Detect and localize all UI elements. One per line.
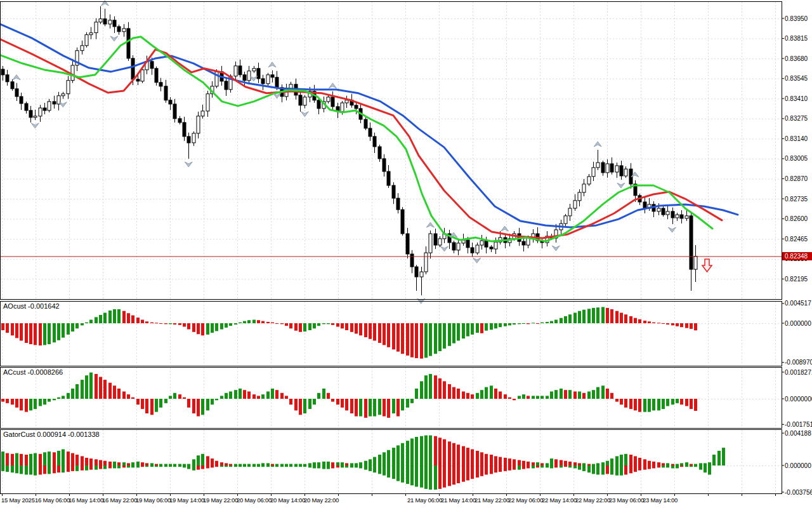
- indicator-tick-label: 0.0018271: [785, 369, 812, 376]
- price-tick-label: 0.83140: [785, 135, 808, 142]
- time-tick-label: 23 May 14:00: [643, 497, 678, 504]
- time-tick-label: 16 May 06:00: [35, 497, 70, 504]
- alligator-jaw-line: [0, 24, 738, 227]
- trading-chart-window: 0.839500.838150.836800.835450.834100.832…: [0, 0, 812, 508]
- indicator-tick-label: -0.003756: [785, 489, 812, 496]
- price-tick-label: 0.83950: [785, 15, 808, 22]
- vertical-gridlines: [3, 2, 776, 493]
- chart-canvas[interactable]: 0.839500.838150.836800.835450.834100.832…: [0, 0, 812, 508]
- indicator-tick-label: 0.0000000: [785, 396, 812, 403]
- candles-layer: [1, 6, 697, 295]
- indicator-tick-label: 0.004517: [785, 300, 811, 307]
- time-tick-label: 16 May 22:00: [102, 497, 137, 504]
- time-tick-label: 20 May 06:00: [237, 497, 272, 504]
- indicator-tick-label: 0.000000: [785, 320, 811, 327]
- time-tick-label: 22 May 22:00: [575, 497, 610, 504]
- indicator-tick-label: 0.000000: [785, 462, 811, 469]
- time-tick-label: 16 May 14:00: [69, 497, 103, 504]
- time-tick-label: 21 May 14:00: [441, 497, 476, 504]
- price-tick-label: 0.83275: [785, 115, 808, 122]
- ac-indicator-label: ACcust -0.0008266: [3, 368, 63, 376]
- time-tick-label: 20 May 22:00: [304, 497, 339, 504]
- sell-signal-arrow-icon: [702, 259, 712, 272]
- gator-axis[interactable]: 0.0041880.000000-0.003756: [782, 430, 812, 496]
- time-tick-label: 15 May 2025: [1, 497, 35, 504]
- time-tick-label: 20 May 14:00: [270, 497, 305, 504]
- time-tick-label: 23 May 06:00: [609, 497, 644, 504]
- indicator-tick-label: -0.0017510: [785, 421, 812, 428]
- price-tick-label: 0.83680: [785, 55, 808, 62]
- time-axis[interactable]: 15 May 202516 May 06:0016 May 14:0016 Ma…: [1, 494, 776, 504]
- ao-histogram: [1, 307, 697, 359]
- current-price-badge: 0.82348: [782, 252, 812, 260]
- ao-indicator-label: AOcust -0.001642: [3, 302, 60, 310]
- panel-borders: [1, 2, 782, 494]
- price-tick-label: 0.83410: [785, 95, 808, 102]
- price-tick-label: 0.82600: [785, 215, 808, 222]
- gator-indicator-label: GatorCust 0.000914 -0.001338: [3, 431, 100, 438]
- ao-axis[interactable]: 0.0045170.000000-0.008970: [782, 300, 812, 366]
- indicator-tick-label: -0.008970: [785, 359, 812, 366]
- time-tick-label: 19 May 22:00: [203, 497, 238, 504]
- time-tick-label: 21 May 06:00: [407, 497, 442, 504]
- time-tick-label: 22 May 06:00: [508, 497, 543, 504]
- fractal-arrows: [13, 1, 676, 304]
- price-tick-label: 0.83005: [785, 155, 808, 162]
- price-axis[interactable]: 0.839500.838150.836800.835450.834100.832…: [782, 15, 808, 283]
- time-tick-label: 21 May 22:00: [475, 497, 509, 504]
- alligator-teeth-line: [0, 39, 722, 238]
- price-tick-label: 0.82735: [785, 196, 808, 203]
- price-tick-label: 0.83545: [785, 75, 808, 82]
- ac-histogram: [1, 373, 697, 418]
- gator-upper-histogram: [1, 436, 725, 465]
- price-tick-label: 0.82195: [785, 276, 808, 283]
- gator-lower-histogram: [1, 465, 711, 490]
- time-tick-label: 19 May 14:00: [169, 497, 204, 504]
- price-tick-label: 0.82465: [785, 236, 808, 243]
- price-gridlines: [1, 19, 781, 279]
- price-tick-label: 0.83815: [785, 35, 808, 42]
- time-tick-label: 22 May 14:00: [542, 497, 577, 504]
- ac-axis[interactable]: 0.00182710.0000000-0.0017510: [782, 369, 812, 428]
- time-tick-label: 19 May 06:00: [136, 497, 171, 504]
- price-tick-label: 0.82870: [785, 175, 808, 182]
- indicator-tick-label: 0.004188: [785, 430, 811, 437]
